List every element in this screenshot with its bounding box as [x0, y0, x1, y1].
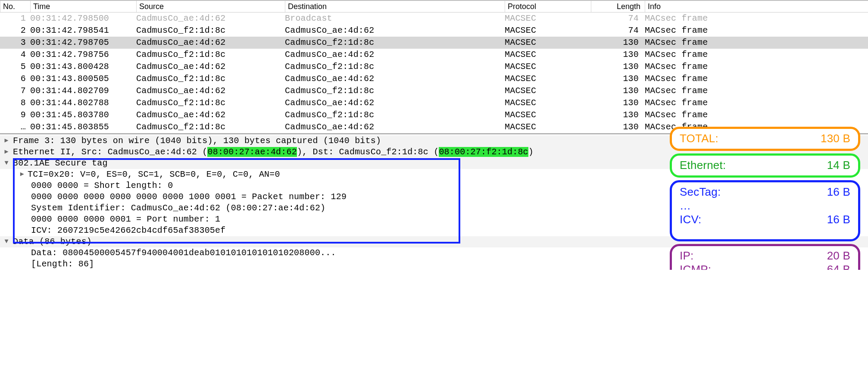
cell-len: 130 [591, 85, 645, 97]
cell-no: 9 [0, 109, 30, 121]
cell-dst: CadmusCo_ae:4d:62 [285, 73, 505, 85]
cell-dst: CadmusCo_f2:1d:8c [285, 85, 505, 97]
cell-info: MACsec frame [645, 37, 868, 49]
cell-src: CadmusCo_ae:4d:62 [136, 12, 285, 25]
cell-proto: MACSEC [505, 25, 591, 37]
cell-proto: MACSEC [505, 85, 591, 97]
packet-row[interactable]: 100:31:42.798500CadmusCo_ae:4d:62Broadca… [0, 12, 868, 25]
cell-info: MACsec frame [645, 61, 868, 73]
cell-time: 00:31:44.802709 [30, 85, 136, 97]
cell-dst: CadmusCo_ae:4d:62 [285, 49, 505, 61]
cell-dst: CadmusCo_f2:1d:8c [285, 37, 505, 49]
card-ip-icmp: IP:20 B ICMP:64 B [670, 244, 860, 270]
cell-time: 00:31:42.798500 [30, 12, 136, 25]
cell-dst: CadmusCo_ae:4d:62 [285, 97, 505, 109]
cell-src: CadmusCo_f2:1d:8c [136, 25, 285, 37]
cell-no: 7 [0, 85, 30, 97]
card-ethernet: Ethernet:14 B [670, 153, 860, 178]
cell-len: 74 [591, 12, 645, 25]
packet-row[interactable]: 200:31:42.798541CadmusCo_f2:1d:8cCadmusC… [0, 25, 868, 37]
cell-no: 4 [0, 49, 30, 61]
cell-time: 00:31:45.803780 [30, 109, 136, 121]
cell-no: 6 [0, 73, 30, 85]
packet-row[interactable]: 600:31:43.800505CadmusCo_f2:1d:8cCadmusC… [0, 73, 868, 85]
packet-details: ▶ Frame 3: 130 bytes on wire (1040 bits)… [0, 134, 868, 270]
cell-info: MACsec frame [645, 109, 868, 121]
packet-row[interactable]: 800:31:44.802788CadmusCo_f2:1d:8cCadmusC… [0, 97, 868, 109]
cell-dst: CadmusCo_ae:4d:62 [285, 121, 505, 133]
col-len[interactable]: Length [591, 1, 645, 12]
tree-expanded-icon[interactable]: ▼ [0, 158, 13, 169]
col-time[interactable]: Time [30, 1, 136, 12]
cell-no: 5 [0, 61, 30, 73]
cell-info: MACsec frame [645, 25, 868, 37]
cell-info: MACsec frame [645, 97, 868, 109]
tree-collapsed-icon[interactable]: ▶ [0, 135, 13, 147]
src-mac-highlight: 08:00:27:ae:4d:62 [207, 147, 297, 157]
cell-src: CadmusCo_ae:4d:62 [136, 85, 285, 97]
cell-len: 130 [591, 73, 645, 85]
cell-no: 8 [0, 97, 30, 109]
cell-proto: MACSEC [505, 73, 591, 85]
cell-src: CadmusCo_ae:4d:62 [136, 109, 285, 121]
col-dst[interactable]: Destination [285, 1, 505, 12]
cell-len: 74 [591, 25, 645, 37]
cell-src: CadmusCo_f2:1d:8c [136, 121, 285, 133]
cell-len: 130 [591, 49, 645, 61]
annotation-cards: TOTAL:130 B Ethernet:14 B SecTag:16 B … … [670, 127, 860, 270]
cell-time: 00:31:42.798705 [30, 37, 136, 49]
cell-src: CadmusCo_f2:1d:8c [136, 49, 285, 61]
cell-time: 00:31:45.803855 [30, 121, 136, 133]
cell-src: CadmusCo_ae:4d:62 [136, 37, 285, 49]
packet-list-header: No. Time Source Destination Protocol Len… [0, 0, 868, 12]
cell-time: 00:31:42.798541 [30, 25, 136, 37]
packet-row[interactable]: 900:31:45.803780CadmusCo_ae:4d:62CadmusC… [0, 109, 868, 121]
tree-collapsed-icon[interactable]: ▶ [0, 169, 28, 180]
card-sectag-icv: SecTag:16 B … ICV:16 B [670, 180, 860, 241]
cell-dst: Broadcast [285, 12, 505, 25]
col-info[interactable]: Info [645, 1, 868, 12]
cell-proto: MACSEC [505, 61, 591, 73]
col-proto[interactable]: Protocol [505, 1, 591, 12]
packet-row[interactable]: 500:31:43.800428CadmusCo_ae:4d:62CadmusC… [0, 61, 868, 73]
cell-time: 00:31:42.798756 [30, 49, 136, 61]
col-no[interactable]: No. [0, 1, 30, 12]
cell-proto: MACSEC [505, 49, 591, 61]
cell-len: 130 [591, 97, 645, 109]
packet-row[interactable]: 400:31:42.798756CadmusCo_f2:1d:8cCadmusC… [0, 49, 868, 61]
cell-time: 00:31:43.800428 [30, 61, 136, 73]
packet-row[interactable]: 300:31:42.798705CadmusCo_ae:4d:62CadmusC… [0, 37, 868, 49]
card-total: TOTAL:130 B [670, 127, 860, 151]
cell-src: CadmusCo_f2:1d:8c [136, 73, 285, 85]
cell-dst: CadmusCo_ae:4d:62 [285, 25, 505, 37]
tree-collapsed-icon[interactable]: ▶ [0, 147, 13, 158]
cell-src: CadmusCo_ae:4d:62 [136, 61, 285, 73]
cell-dst: CadmusCo_f2:1d:8c [285, 61, 505, 73]
cell-no: 1 [0, 12, 30, 25]
cell-dst: CadmusCo_f2:1d:8c [285, 109, 505, 121]
cell-len: 130 [591, 61, 645, 73]
cell-no: … [0, 121, 30, 133]
cell-time: 00:31:44.802788 [30, 97, 136, 109]
cell-no: 2 [0, 25, 30, 37]
packet-list: 100:31:42.798500CadmusCo_ae:4d:62Broadca… [0, 12, 868, 133]
col-src[interactable]: Source [136, 1, 285, 12]
cell-proto: MACSEC [505, 109, 591, 121]
cell-info: MACsec frame [645, 85, 868, 97]
cell-proto: MACSEC [505, 37, 591, 49]
cell-len: 130 [591, 37, 645, 49]
cell-proto: MACSEC [505, 121, 591, 133]
cell-src: CadmusCo_f2:1d:8c [136, 97, 285, 109]
cell-info: MACsec frame [645, 49, 868, 61]
cell-time: 00:31:43.800505 [30, 73, 136, 85]
cell-proto: MACSEC [505, 12, 591, 25]
cell-info: MACsec frame [645, 73, 868, 85]
cell-info: MACsec frame [645, 12, 868, 25]
tree-expanded-icon[interactable]: ▼ [0, 236, 13, 247]
cell-no: 3 [0, 37, 30, 49]
dst-mac-highlight: 08:00:27:f2:1d:8c [439, 147, 528, 157]
cell-len: 130 [591, 109, 645, 121]
cell-proto: MACSEC [505, 97, 591, 109]
packet-row[interactable]: 700:31:44.802709CadmusCo_ae:4d:62CadmusC… [0, 85, 868, 97]
cell-len: 130 [591, 121, 645, 133]
